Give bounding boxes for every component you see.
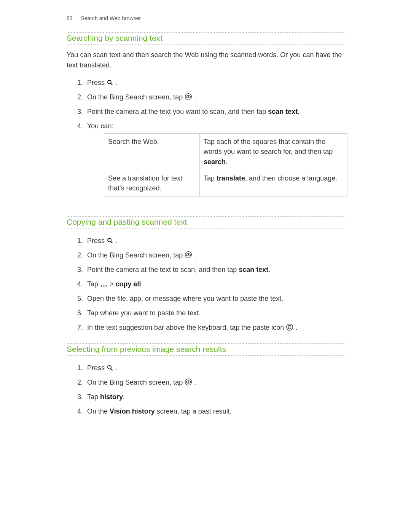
table-cell: Search the Web. (104, 134, 200, 170)
section-title-previous: Selecting from previous image search res… (67, 343, 344, 356)
eye-icon (185, 378, 192, 386)
svg-rect-12 (288, 326, 291, 329)
search-icon (107, 364, 113, 371)
list-item: Press . (85, 234, 344, 248)
eye-icon (185, 251, 192, 259)
section1-steps: Press . On the Bing Search screen, tap .… (67, 76, 344, 208)
svg-point-9 (103, 285, 105, 287)
chapter-title: Search and Web browser (81, 15, 141, 21)
section2-steps: Press . On the Bing Search screen, tap .… (67, 234, 344, 335)
svg-rect-13 (289, 325, 290, 326)
list-item: Press . (85, 361, 344, 375)
list-item: On the Bing Search screen, tap . (85, 90, 344, 105)
scan-options-table: Search the Web. Tap each of the squares … (104, 133, 347, 196)
svg-point-11 (287, 324, 293, 331)
list-item: Point the camera at the text you want to… (85, 105, 344, 119)
section1-intro: You can scan text and then search the We… (67, 50, 344, 70)
svg-line-1 (111, 83, 112, 85)
table-cell: Tap each of the squares that contain the… (200, 134, 347, 170)
table-cell: See a translation for text that's recogn… (104, 170, 200, 196)
section-title-scanning: Searching by scanning text (67, 32, 344, 45)
table-row: Search the Web. Tap each of the squares … (104, 134, 347, 170)
table-cell: Tap translate, and then choose a languag… (200, 170, 347, 196)
svg-point-10 (105, 285, 107, 287)
svg-point-8 (101, 285, 102, 287)
search-icon (107, 79, 113, 86)
list-item: Press . (85, 76, 344, 90)
svg-point-3 (188, 96, 189, 97)
list-item: You can: Search the Web. Tap each of the… (85, 119, 344, 208)
search-icon (107, 237, 113, 244)
list-item: Tap history. (85, 390, 344, 404)
list-item: Tap > copy all. (85, 277, 344, 292)
svg-line-15 (111, 369, 112, 370)
page-number: 63 (67, 15, 73, 21)
list-item: On the Bing Search screen, tap . (85, 375, 344, 390)
section3-steps: Press . On the Bing Search screen, tap .… (67, 361, 344, 419)
list-item: Open the file, app, or message where you… (85, 292, 344, 306)
svg-line-5 (111, 241, 112, 243)
list-item: On the Vision history screen, tap a past… (85, 404, 344, 419)
list-item: Point the camera at the text to scan, an… (85, 263, 344, 277)
eye-icon (185, 93, 192, 101)
svg-point-7 (188, 254, 189, 255)
paste-icon (286, 323, 293, 331)
list-item: On the Bing Search screen, tap . (85, 248, 344, 263)
page-header: 63 Search and Web browser (67, 15, 344, 21)
table-row: See a translation for text that's recogn… (104, 170, 347, 196)
svg-point-17 (188, 381, 189, 382)
list-item: Tap where you want to paste the text. (85, 306, 344, 321)
more-icon (100, 284, 108, 288)
section-title-copying: Copying and pasting scanned text (67, 216, 344, 228)
list-item: In the text suggestion bar above the key… (85, 321, 344, 335)
